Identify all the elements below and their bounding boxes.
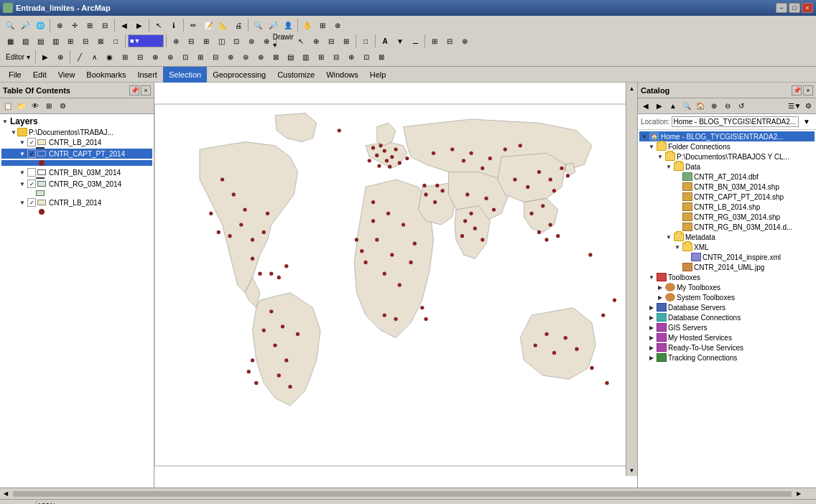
catalog-shp-1[interactable]: CNTR_BN_03M_2014.shp — [639, 182, 815, 192]
catalog-xml-file[interactable]: CNTR_2014_inspire.xml — [639, 252, 815, 262]
tb2-18[interactable]: ⊟ — [324, 34, 338, 48]
catalog-xml-folder[interactable]: ▼ XML — [639, 242, 815, 252]
catalog-hosted-services[interactable]: ▶ My Hosted Services — [639, 332, 815, 342]
toc-list-by-source[interactable]: 📁 — [15, 100, 28, 113]
tool1[interactable]: ⊕ — [52, 18, 67, 32]
tb3-5[interactable]: ◉ — [103, 50, 117, 64]
tb2-9[interactable]: ⊕ — [169, 34, 183, 48]
select-tool[interactable]: ↖ — [152, 18, 166, 32]
catalog-controls[interactable]: 📌 × — [792, 85, 813, 95]
tb3-9[interactable]: ⊛ — [163, 50, 177, 64]
tb2-22[interactable]: ▼ — [393, 34, 407, 48]
tb3-15[interactable]: ⊕ — [254, 50, 268, 64]
cat-options-btn[interactable]: ⚙ — [802, 100, 815, 113]
tb3-16[interactable]: ⊠ — [269, 50, 283, 64]
zoom-out-button[interactable]: 🔎 — [18, 18, 32, 32]
map-area[interactable]: ▲ ▼ — [154, 83, 638, 487]
forward-button[interactable]: ▶ — [132, 18, 147, 32]
tb3-19[interactable]: ⊞ — [314, 50, 328, 64]
tb2-16[interactable]: ↖ — [294, 34, 308, 48]
catalog-home-item[interactable]: ▼ 🏠 Home - BLOG_TYCGIS\ENTRADA2... — [639, 131, 815, 141]
catalog-my-toolboxes[interactable]: ▶ My Toolboxes — [639, 282, 815, 292]
tb3-13[interactable]: ⊕ — [223, 50, 238, 64]
menu-help[interactable]: Help — [364, 67, 392, 83]
scroll-right-button[interactable]: ▶ — [793, 488, 805, 500]
tb2-1[interactable]: ▦ — [3, 34, 17, 48]
menu-edit[interactable]: Edit — [27, 67, 52, 83]
tb3-11[interactable]: ⊞ — [193, 50, 208, 64]
refresh-btn[interactable]: ↺ — [55, 500, 70, 505]
minimize-button[interactable]: − — [776, 3, 787, 13]
cat-home-btn[interactable]: 🏠 — [694, 100, 707, 113]
catalog-close-button[interactable]: × — [803, 85, 813, 95]
catalog-folder-connections[interactable]: ▼ Folder Connections — [639, 141, 815, 151]
tb3-3[interactable]: ╱ — [73, 50, 87, 64]
tb2-13[interactable]: ⊡ — [229, 34, 244, 48]
tool4[interactable]: ⊟ — [98, 18, 112, 32]
toc-list-by-selection[interactable]: ⊞ — [42, 100, 55, 113]
toc-close-button[interactable]: × — [141, 85, 151, 95]
layer-item-5[interactable]: ▼ CNTR_LB_2014 — [1, 197, 152, 207]
globe-button[interactable]: 🌐 — [33, 18, 47, 32]
find-btn[interactable]: 🔎 — [266, 18, 280, 32]
catalog-folder-path[interactable]: ▼ P:\Documentos\TRABAJOS Y CL... — [639, 151, 815, 162]
catalog-data-folder[interactable]: ▼ Data — [639, 162, 815, 172]
tb2-19[interactable]: ⊞ — [339, 34, 353, 48]
tb2-10[interactable]: ⊟ — [184, 34, 198, 48]
scroll-left-button[interactable]: ◀ — [0, 488, 11, 500]
tb2-4[interactable]: ▥ — [48, 34, 62, 48]
menu-selection[interactable]: Selection — [163, 67, 207, 83]
close-button[interactable]: × — [802, 3, 813, 13]
pan-tool[interactable]: ✋ — [300, 18, 315, 32]
map-scrollbar-vertical[interactable]: ▲ ▼ — [626, 83, 637, 476]
tb3-7[interactable]: ⊟ — [133, 50, 147, 64]
tb2-11[interactable]: ⊞ — [199, 34, 213, 48]
tool2[interactable]: ✛ — [68, 18, 82, 32]
hscroll-thumb[interactable] — [13, 491, 792, 497]
menu-insert[interactable]: Insert — [131, 67, 163, 83]
toc-section-header[interactable]: ▼ Layers — [1, 116, 152, 127]
tb2-25[interactable]: ⊟ — [442, 34, 457, 48]
back-button[interactable]: ◀ — [117, 18, 131, 32]
tb3-10[interactable]: ⊡ — [178, 50, 193, 64]
tb3-4[interactable]: ∧ — [88, 50, 102, 64]
catalog-shp-2[interactable]: CNTR_CAPT_PT_2014.shp — [639, 192, 815, 202]
cat-refresh-btn[interactable]: ↺ — [735, 100, 748, 113]
layer-item-3[interactable]: ▼ CNTR_BN_03M_2014 — [1, 167, 152, 177]
tb2-23[interactable]: ⚊ — [408, 34, 422, 48]
layer2-checkbox[interactable] — [27, 149, 36, 158]
layer4-checkbox[interactable] — [27, 179, 36, 188]
tb3-22[interactable]: ⊡ — [359, 50, 374, 64]
catalog-ready-services[interactable]: ▶ Ready-To-Use Services — [639, 342, 815, 353]
layer1-checkbox[interactable] — [27, 138, 36, 146]
cat-connect-btn[interactable]: ⊕ — [708, 100, 720, 113]
toc-folder-item[interactable]: ▼ P:\Documentos\TRABAJ... — [1, 127, 152, 137]
cat-fwd-btn[interactable]: ▶ — [653, 100, 666, 113]
catalog-db-connections[interactable]: ▶ Database Connections — [639, 312, 815, 322]
scroll-down-button[interactable]: ▼ — [626, 465, 638, 476]
tb3-8[interactable]: ⊕ — [148, 50, 162, 64]
search-btn[interactable]: 🔍 — [251, 18, 265, 32]
catalog-metadata-folder[interactable]: ▼ Metadata — [639, 232, 815, 242]
cat-view-btn[interactable]: ☰▼ — [788, 100, 801, 113]
toc-options[interactable]: ⚙ — [56, 100, 69, 113]
tb3-23[interactable]: ⊠ — [374, 50, 389, 64]
layer-item-2[interactable]: ▼ CNTR_CAPT_PT_2014 — [1, 149, 152, 159]
cat-disconnect-btn[interactable]: ⊖ — [721, 100, 734, 113]
tb3-1[interactable]: ▶ — [38, 50, 52, 64]
tool3[interactable]: ⊞ — [83, 18, 97, 32]
toc-pin-button[interactable]: 📌 — [129, 85, 139, 95]
location-value[interactable]: Home - BLOG_TYCGIS\ENTRADA2... — [672, 116, 799, 127]
catalog-jpg-file[interactable]: CNTR_2014_UML.jpg — [639, 262, 815, 272]
tb3-21[interactable]: ⊕ — [344, 50, 358, 64]
tb2-7[interactable]: ⊠ — [93, 34, 108, 48]
tb3-14[interactable]: ⊛ — [238, 50, 253, 64]
catalog-tracking-connections[interactable]: ▶ Tracking Connections — [639, 353, 815, 363]
menu-view[interactable]: View — [52, 67, 81, 83]
layer-item-4[interactable]: ▼ CNTR_RG_03M_2014 — [1, 179, 152, 189]
note-tool[interactable]: 📝 — [201, 18, 215, 32]
catalog-shp-5[interactable]: CNTR_RG_BN_03M_2014.d... — [639, 222, 815, 232]
tb3-18[interactable]: ▥ — [299, 50, 313, 64]
tb2-26[interactable]: ⊕ — [458, 34, 472, 48]
window-controls[interactable]: − □ × — [776, 3, 813, 13]
